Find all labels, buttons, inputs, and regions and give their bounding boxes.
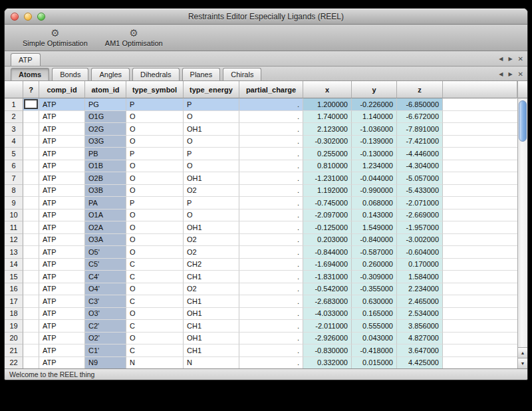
cell-y[interactable]: 0.015000 bbox=[352, 357, 397, 369]
column-header-type_energy[interactable]: type_energy bbox=[184, 81, 239, 98]
cell-atom_id[interactable]: PG bbox=[85, 98, 126, 111]
tab-angles[interactable]: Angles bbox=[91, 68, 130, 80]
cell-q[interactable] bbox=[23, 234, 39, 247]
cell-atom_id[interactable]: C2' bbox=[85, 320, 126, 333]
cell-type_symbol[interactable]: O bbox=[126, 185, 184, 198]
cell-y[interactable]: 1.140000 bbox=[352, 111, 397, 124]
cell-z[interactable]: -6.850000 bbox=[397, 98, 443, 111]
cell-comp_id[interactable]: ATP bbox=[39, 234, 85, 247]
cell-q[interactable] bbox=[23, 136, 39, 148]
cell-type_energy[interactable]: O2 bbox=[184, 234, 239, 247]
tab-scroll-right-icon[interactable]: ▶ bbox=[508, 70, 512, 76]
cell-type_symbol[interactable]: N bbox=[126, 357, 184, 369]
cell-y[interactable]: -0.130000 bbox=[352, 148, 397, 160]
cell-atom_id[interactable]: O5' bbox=[85, 246, 126, 259]
cell-partial_charge[interactable]: . bbox=[239, 98, 303, 111]
cell-y[interactable]: 1.549000 bbox=[352, 221, 397, 234]
tab-dihedrals[interactable]: Dihedrals bbox=[132, 68, 179, 80]
cell-comp_id[interactable]: ATP bbox=[39, 111, 85, 124]
row-number[interactable]: 12 bbox=[5, 234, 23, 247]
cell-q[interactable] bbox=[23, 185, 39, 198]
cell-type_energy[interactable]: P bbox=[184, 148, 239, 160]
cell-z[interactable]: -4.304000 bbox=[397, 160, 443, 173]
cell-type_energy[interactable]: CH1 bbox=[184, 295, 239, 308]
row-number[interactable]: 15 bbox=[5, 271, 23, 283]
cell-type_symbol[interactable]: O bbox=[126, 333, 184, 345]
cell-x[interactable]: -1.694000 bbox=[303, 259, 352, 271]
cell-q[interactable] bbox=[23, 209, 39, 222]
cell-type_symbol[interactable]: O bbox=[126, 160, 184, 173]
cell-x[interactable]: 1.740000 bbox=[303, 111, 352, 124]
cell-type_symbol[interactable]: O bbox=[126, 172, 184, 185]
cell-type_symbol[interactable]: O bbox=[126, 221, 184, 234]
close-window-button[interactable] bbox=[11, 13, 19, 21]
cell-q[interactable] bbox=[23, 98, 39, 111]
cell-y[interactable]: 0.555000 bbox=[352, 320, 397, 333]
cell-partial_charge[interactable]: . bbox=[239, 320, 303, 333]
row-number[interactable]: 8 bbox=[5, 185, 23, 198]
cell-type_symbol[interactable]: O bbox=[126, 123, 184, 136]
tab-scroll-right-icon[interactable]: ▶ bbox=[508, 56, 512, 62]
cell-z[interactable]: -2.669000 bbox=[397, 209, 443, 222]
cell-atom_id[interactable]: C1' bbox=[85, 344, 126, 357]
cell-x[interactable]: -4.033000 bbox=[303, 308, 352, 321]
cell-comp_id[interactable]: ATP bbox=[39, 148, 85, 160]
cell-comp_id[interactable]: ATP bbox=[39, 283, 85, 296]
cell-z[interactable]: 0.170000 bbox=[397, 259, 443, 271]
cell-type_energy[interactable]: OH1 bbox=[184, 308, 239, 321]
cell-y[interactable]: 0.068000 bbox=[352, 197, 397, 209]
cell-partial_charge[interactable]: . bbox=[239, 234, 303, 247]
row-number[interactable]: 4 bbox=[5, 136, 23, 148]
cell-x[interactable]: -0.745000 bbox=[303, 197, 352, 209]
cell-y[interactable]: 0.630000 bbox=[352, 295, 397, 308]
row-number[interactable]: 16 bbox=[5, 283, 23, 296]
cell-y[interactable]: 1.234000 bbox=[352, 160, 397, 173]
cell-x[interactable]: -0.302000 bbox=[303, 136, 352, 148]
cell-type_symbol[interactable]: O bbox=[126, 234, 184, 247]
cell-atom_id[interactable]: PB bbox=[85, 148, 126, 160]
cell-x[interactable]: 0.255000 bbox=[303, 148, 352, 160]
cell-z[interactable]: -6.672000 bbox=[397, 111, 443, 124]
table-row[interactable]: 4ATPO3GOO.-0.302000-0.139000-7.421000 bbox=[5, 136, 517, 148]
cell-comp_id[interactable]: ATP bbox=[39, 333, 85, 345]
cell-atom_id[interactable]: C4' bbox=[85, 271, 126, 283]
cell-y[interactable]: -0.840000 bbox=[352, 234, 397, 247]
table-row[interactable]: 7ATPO2BOOH1.-1.231000-0.044000-5.057000 bbox=[5, 172, 517, 185]
cell-atom_id[interactable]: O2A bbox=[85, 221, 126, 234]
cell-q[interactable] bbox=[23, 197, 39, 209]
cell-x[interactable]: -2.683000 bbox=[303, 295, 352, 308]
tab-scroll-left-icon[interactable]: ◀ bbox=[499, 56, 503, 62]
cell-x[interactable]: -2.011000 bbox=[303, 320, 352, 333]
cell-type_symbol[interactable]: O bbox=[126, 246, 184, 259]
tab-atoms[interactable]: Atoms bbox=[11, 68, 49, 80]
table-row[interactable]: 9ATPPAPP.-0.7450000.068000-2.071000 bbox=[5, 197, 517, 209]
cell-type_energy[interactable]: O bbox=[184, 209, 239, 222]
table-row[interactable]: 8ATPO3BOO2.1.192000-0.990000-5.433000 bbox=[5, 185, 517, 198]
table-row[interactable]: 17ATPC3'CCH1.-2.6830000.6300002.465000 bbox=[5, 295, 517, 308]
cell-x[interactable]: 1.200000 bbox=[303, 98, 352, 111]
cell-q[interactable] bbox=[23, 172, 39, 185]
row-number[interactable]: 3 bbox=[5, 123, 23, 136]
cell-type_energy[interactable]: O2 bbox=[184, 283, 239, 296]
table-row[interactable]: 10ATPO1AOO.-2.0970000.143000-2.669000 bbox=[5, 209, 517, 222]
cell-x[interactable]: 0.810000 bbox=[303, 160, 352, 173]
cell-y[interactable]: -0.044000 bbox=[352, 172, 397, 185]
cell-type_energy[interactable]: OH1 bbox=[184, 333, 239, 345]
cell-comp_id[interactable]: ATP bbox=[39, 320, 85, 333]
cell-q[interactable] bbox=[23, 308, 39, 321]
row-number[interactable]: 19 bbox=[5, 320, 23, 333]
cell-z[interactable]: -4.446000 bbox=[397, 148, 443, 160]
cell-type_energy[interactable]: N bbox=[184, 357, 239, 369]
cell-z[interactable]: -2.071000 bbox=[397, 197, 443, 209]
tab-scroll-left-icon[interactable]: ◀ bbox=[499, 70, 503, 76]
cell-comp_id[interactable]: ATP bbox=[39, 344, 85, 357]
cell-x[interactable]: 2.123000 bbox=[303, 123, 352, 136]
cell-comp_id[interactable]: ATP bbox=[39, 172, 85, 185]
cell-q[interactable] bbox=[23, 123, 39, 136]
cell-type_energy[interactable]: OH1 bbox=[184, 221, 239, 234]
cell-partial_charge[interactable]: . bbox=[239, 308, 303, 321]
cell-type_energy[interactable]: P bbox=[184, 197, 239, 209]
cell-z[interactable]: 2.465000 bbox=[397, 295, 443, 308]
table-row[interactable]: 6ATPO1BOO.0.8100001.234000-4.304000 bbox=[5, 160, 517, 173]
row-number[interactable]: 2 bbox=[5, 111, 23, 124]
